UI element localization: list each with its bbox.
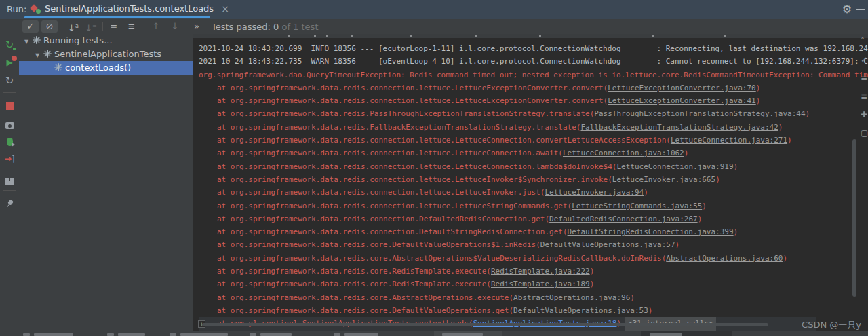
clipped-previous-line <box>193 34 868 38</box>
tree-item-1[interactable]: ▼SentinelApplicationTests <box>19 48 193 61</box>
frame-close-paren: ) <box>778 123 783 132</box>
test-running-spinner-icon <box>43 50 52 58</box>
sort-by-duration-icon[interactable]: ↓≡ <box>83 20 99 33</box>
source-file-link[interactable]: DefaultStringRedisConnection.java:399 <box>568 227 734 236</box>
show-ignored-toggle[interactable]: ⊘ <box>41 20 58 33</box>
source-file-link[interactable]: LettuceConnection.java:1062 <box>563 149 684 157</box>
source-file-link[interactable]: DefaultValueOperations.java:57 <box>540 240 675 249</box>
frame-close-paren: ) <box>734 162 738 171</box>
hide-toolwindow-icon[interactable]: — <box>856 3 865 14</box>
soft-wrap-icon[interactable]: ≡ <box>861 73 868 92</box>
close-tab-icon[interactable]: × <box>221 3 229 14</box>
exit-icon[interactable]: →⌉ <box>0 154 19 164</box>
sort-alphabetically-icon[interactable]: ↓a <box>65 20 81 33</box>
tree-item-2[interactable]: contextLoads() <box>19 61 193 75</box>
stack-frame-line: at org.springframework.data.redis.core.A… <box>199 252 868 265</box>
up-stack-trace-icon[interactable]: ˆ <box>861 37 868 55</box>
source-file-link[interactable]: LettuceExceptionConverter.java:70 <box>608 83 756 92</box>
source-file-link[interactable]: AbstractOperations.java:60 <box>666 254 783 263</box>
expand-all-icon[interactable]: ≣ <box>106 20 122 33</box>
show-passed-toggle[interactable]: ✓ <box>22 20 39 33</box>
frame-close-paren: ) <box>783 254 787 263</box>
stack-frame-line: at org.springframework.data.redis.connec… <box>199 173 868 186</box>
csdn-watermark: CSDN @一只y <box>802 319 861 331</box>
print-icon[interactable]: ✚ <box>861 110 868 128</box>
source-file-link[interactable]: DefaultedRedisConnection.java:267 <box>549 214 698 223</box>
frame-close-paren: ) <box>756 96 761 105</box>
divider <box>3 92 16 93</box>
log-line-text: 2021-10-24 18:43:20.699 INFO 18356 --- [… <box>199 44 868 53</box>
source-file-link[interactable]: AbstractOperations.java:96 <box>513 293 630 302</box>
frame-close-paren: ) <box>715 175 720 184</box>
divider <box>3 190 16 191</box>
stack-frame-line: at org.springframework.data.redis.core.D… <box>199 238 868 251</box>
more-actions-icon[interactable]: » <box>190 20 203 33</box>
stack-frame-line: at org.springframework.data.redis.core.R… <box>199 265 868 278</box>
frame-close-paren: ) <box>787 136 792 145</box>
source-file-link[interactable]: RedisTemplate.java:189 <box>491 280 590 288</box>
stack-frame-line: at org.springframework.data.redis.connec… <box>199 147 868 160</box>
previous-failed-test-icon[interactable]: ↑ <box>148 20 164 33</box>
frame-close-paren: ) <box>590 267 595 276</box>
stack-frame-line: at org.springframework.data.redis.core.D… <box>199 304 868 317</box>
rerun-button[interactable]: ↻ <box>0 40 19 50</box>
source-file-link[interactable]: FallbackExceptionTranslationStrategy.jav… <box>580 123 778 132</box>
frame-method-text: at org.springframework.data.redis.connec… <box>217 136 671 145</box>
divider <box>62 22 62 31</box>
frame-close-paren: ) <box>684 149 689 157</box>
test-runner-toolbar: ✓ ⊘ ↓a ↓≡ ≣ ≡ ↑ ↓ » Tests passed: 0 of 1… <box>19 19 868 34</box>
stack-frame-line: at org.springframework.data.redis.core.R… <box>199 278 868 291</box>
divider <box>144 22 144 31</box>
next-failed-test-icon[interactable]: ↓ <box>167 20 183 33</box>
stack-frame-line: at org.springframework.data.redis.connec… <box>199 225 868 238</box>
frame-close-paren: ) <box>630 293 635 302</box>
stop-button[interactable] <box>0 100 19 113</box>
frame-close-paren: ) <box>590 280 595 288</box>
source-file-link[interactable]: LettuceInvoker.java:665 <box>612 175 715 184</box>
collapse-all-icon[interactable]: ≡ <box>123 20 140 33</box>
scroll-to-end-icon[interactable]: ≣ <box>861 92 868 110</box>
tree-item-label: contextLoads() <box>65 62 131 73</box>
frame-method-text: at org.springframework.data.redis.connec… <box>217 188 545 197</box>
source-file-link[interactable]: DefaultValueOperations.java:53 <box>513 306 648 315</box>
test-running-spinner-icon <box>33 36 41 44</box>
expand-arrow-icon[interactable]: ▼ <box>34 49 41 62</box>
source-file-link[interactable]: LettuceStringCommands.java:55 <box>572 202 702 210</box>
stack-frame-line: at org.springframework.data.redis.connec… <box>199 186 868 199</box>
thread-dump-icon[interactable] <box>0 119 19 132</box>
vertical-scrollbar[interactable] <box>852 139 856 297</box>
test-run-config-icon <box>31 4 40 13</box>
test-running-spinner-icon <box>54 63 62 71</box>
frame-method-text: at org.springframework.data.redis.connec… <box>217 227 568 236</box>
stack-frame-line: at org.springframework.data.redis.connec… <box>199 94 868 107</box>
layout-settings-icon[interactable] <box>0 174 19 187</box>
stack-frame-line: at org.springframework.data.redis.connec… <box>199 134 868 147</box>
source-file-link[interactable]: LettuceConnection.java:271 <box>671 136 787 145</box>
clear-all-icon[interactable]: ▢ <box>861 128 868 147</box>
pin-tab-icon[interactable] <box>0 198 19 210</box>
stack-frame-line: at org.springframework.data.redis.connec… <box>199 212 868 225</box>
rerun-failed-tests-button[interactable]: ▶ <box>0 58 19 67</box>
run-label: Run: <box>7 4 26 14</box>
expand-arrow-icon[interactable]: ▼ <box>23 35 30 49</box>
active-tab-underline <box>24 16 210 18</box>
source-file-link[interactable]: RedisTemplate.java:222 <box>491 267 590 276</box>
horizontal-scrollbar[interactable] <box>202 323 768 326</box>
frame-method-text: at org.springframework.data.redis.core.A… <box>217 254 666 263</box>
gear-icon[interactable]: ⚙ <box>842 3 852 16</box>
source-file-link[interactable]: LettuceConnection.java:919 <box>616 162 733 171</box>
tree-item-0[interactable]: ▼Running tests... <box>19 34 193 48</box>
source-file-link[interactable]: LettuceInvoker.java:94 <box>545 188 644 197</box>
test-status-text: Tests passed: 0 of 1 test <box>212 22 318 32</box>
source-file-link[interactable]: LettuceExceptionConverter.java:41 <box>608 96 756 105</box>
run-tab[interactable]: SentinelApplicationTests.contextLoads × <box>26 0 235 17</box>
frame-method-text: at org.springframework.data.redis.PassTh… <box>217 109 594 118</box>
down-stack-trace-icon[interactable]: ✓ <box>861 55 868 73</box>
source-file-link[interactable]: PassThroughExceptionTranslationStrategy.… <box>594 109 805 118</box>
frame-method-text: at org.springframework.data.redis.connec… <box>217 83 608 92</box>
console-log-line: 2021-10-24 18:43:22.735 WARN 18356 --- [… <box>199 55 868 68</box>
stack-frame-line: at org.springframework.data.redis.core.A… <box>199 291 868 304</box>
frame-close-paren: ) <box>644 188 648 197</box>
toggle-auto-test-button[interactable]: ↻ <box>0 76 19 86</box>
attach-debugger-icon[interactable] <box>0 136 19 149</box>
